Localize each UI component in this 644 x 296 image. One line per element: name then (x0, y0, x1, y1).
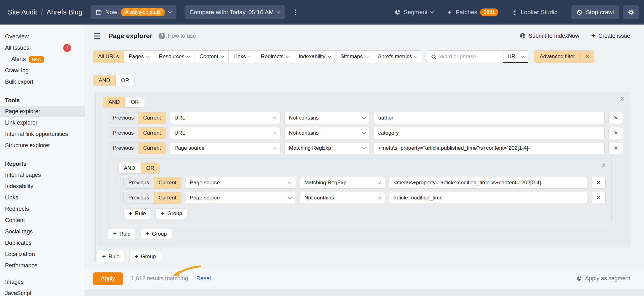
settings-button[interactable] (623, 5, 639, 19)
value-input[interactable] (374, 127, 605, 139)
sidebar-item-links[interactable]: Links (0, 192, 85, 203)
previous-toggle[interactable]: Previous (124, 192, 154, 204)
apply-button[interactable]: Apply (93, 272, 123, 285)
sidebar-item-page-explorer[interactable]: Page explorer (0, 106, 85, 117)
sidebar-item-social-tags[interactable]: Social tags (0, 226, 85, 237)
search-input[interactable] (439, 53, 503, 60)
add-group-button[interactable]: +Group (129, 251, 161, 262)
chevron-down-icon (414, 54, 418, 58)
sidebar-item-bulk-export[interactable]: Bulk export (0, 76, 85, 87)
create-issue-button[interactable]: + Create issue (591, 32, 630, 39)
group-close-icon[interactable]: × (620, 95, 625, 103)
previous-toggle[interactable]: Previous (124, 177, 154, 188)
or-toggle[interactable]: OR (115, 75, 135, 86)
sidebar-item-content[interactable]: Content (0, 215, 85, 226)
remove-rule-button[interactable]: × (608, 112, 623, 124)
current-toggle[interactable]: Current (138, 127, 166, 139)
project-name[interactable]: Ahrefs Blog (47, 8, 82, 16)
sidebar-item-all-issues[interactable]: All Issues 7 (0, 42, 85, 53)
current-toggle[interactable]: Current (138, 112, 166, 124)
sidebar-item-internal-link-opportunities[interactable]: Internal link opportunities (0, 128, 85, 140)
sidebar-item-duplicates[interactable]: Duplicates (0, 237, 85, 249)
operator-select[interactable]: Matching RegExp (284, 142, 370, 154)
add-rule-button[interactable]: +Rule (123, 208, 151, 219)
operator-select[interactable]: Not contains (284, 127, 370, 139)
previous-toggle[interactable]: Previous (108, 142, 138, 154)
remove-rule-button[interactable]: × (608, 142, 623, 154)
tab-label: Content (200, 53, 219, 60)
value-input[interactable] (389, 192, 587, 204)
add-group-button[interactable]: +Group (156, 208, 187, 219)
remove-rule-button[interactable]: × (608, 127, 623, 139)
remove-rule-button[interactable]: × (591, 192, 606, 204)
advanced-filter-close-button[interactable]: × (580, 51, 594, 63)
product-name[interactable]: Site Audit (8, 8, 37, 16)
sidebar-item-images[interactable]: Images (0, 276, 85, 288)
search-scope-select[interactable]: URL (503, 51, 528, 63)
sidebar-item-alerts[interactable]: Alerts New (0, 53, 85, 65)
tab-content[interactable]: Content (195, 50, 229, 63)
add-group-button[interactable]: +Group (140, 229, 172, 239)
value-input[interactable] (389, 177, 587, 189)
how-to-use-link[interactable]: ? How to use (158, 33, 196, 39)
sidebar-item-label: Crawl log (5, 67, 29, 74)
sidebar-item-structure-explorer[interactable]: Structure explorer (0, 140, 85, 151)
submit-to-indexnow-button[interactable]: Submit to IndexNow (519, 32, 579, 39)
apply-as-segment-button[interactable]: Apply as segment (576, 275, 630, 282)
and-toggle[interactable]: AND (103, 97, 125, 107)
root-tree: × AND OR Previous Current URL (95, 92, 630, 262)
sidebar-item-javascript[interactable]: JavaScript (0, 288, 85, 296)
field-select[interactable]: Page source (170, 142, 280, 154)
sidebar-item-redirects[interactable]: Redirects (0, 203, 85, 215)
tab-resources[interactable]: Resources (154, 50, 195, 63)
sidebar-item-internal-pages[interactable]: Internal pages (0, 169, 85, 181)
operator-select[interactable]: Not contains (300, 192, 385, 204)
tab-ahrefs-metrics[interactable]: Ahrefs metrics (373, 50, 423, 63)
version-toggle: Previous Current (108, 127, 166, 139)
patches-menu[interactable]: Patches 2681 (447, 8, 498, 16)
looker-studio-link[interactable]: Looker Studio (512, 9, 558, 16)
field-select[interactable]: URL (170, 127, 280, 139)
sidebar-item-performance[interactable]: Performance (0, 260, 85, 271)
add-rule-button[interactable]: +Rule (97, 251, 125, 262)
segment-menu[interactable]: Segment (394, 9, 434, 16)
tab-indexability[interactable]: Indexability (294, 50, 336, 63)
sidebar-item-indexability[interactable]: Indexability (0, 181, 85, 192)
operator-select[interactable]: Matching RegExp (300, 177, 385, 189)
tab-all-urls[interactable]: All URLs (93, 50, 124, 63)
previous-toggle[interactable]: Previous (108, 112, 138, 124)
hamburger-menu-icon[interactable] (93, 32, 101, 40)
previous-toggle[interactable]: Previous (108, 127, 138, 139)
and-toggle[interactable]: AND (119, 163, 141, 173)
current-toggle[interactable]: Current (154, 192, 181, 204)
tab-redirects[interactable]: Redirects (256, 50, 294, 63)
compare-with-button[interactable]: Compare with: Today, 05:16 AM (185, 5, 285, 19)
sidebar-item-overview[interactable]: Overview (0, 31, 85, 42)
or-toggle[interactable]: OR (141, 163, 160, 173)
add-rule-button[interactable]: +Rule (108, 229, 136, 239)
value-input[interactable] (374, 142, 605, 154)
remove-rule-button[interactable]: × (591, 177, 606, 189)
tab-pages[interactable]: Pages (124, 50, 154, 63)
or-toggle[interactable]: OR (125, 97, 144, 107)
stop-crawl-button[interactable]: Stop crawl (571, 5, 619, 19)
group-close-icon[interactable]: × (601, 161, 606, 170)
value-input[interactable] (374, 112, 605, 124)
more-options-kebab[interactable] (293, 8, 298, 17)
sidebar-item-label: Page explorer (5, 108, 40, 115)
tab-links[interactable]: Links (228, 50, 256, 63)
and-toggle[interactable]: AND (93, 75, 115, 86)
current-toggle[interactable]: Current (154, 177, 181, 188)
sidebar-item-crawl-log[interactable]: Crawl log (0, 65, 85, 76)
date-picker-button[interactable]: Now Always-on audit (91, 5, 176, 19)
current-toggle[interactable]: Current (138, 142, 166, 154)
advanced-filter-button[interactable]: Advanced filter (535, 51, 580, 63)
tab-sitemaps[interactable]: Sitemaps (336, 50, 373, 63)
operator-select[interactable]: Not contains (284, 112, 370, 124)
reset-link[interactable]: Reset (196, 275, 211, 282)
sidebar-item-link-explorer[interactable]: Link explorer (0, 117, 85, 128)
sidebar-item-localization[interactable]: Localization (0, 249, 85, 260)
field-select[interactable]: URL (170, 112, 280, 124)
field-select[interactable]: Page source (185, 177, 296, 189)
field-select[interactable]: Page source (185, 192, 296, 204)
